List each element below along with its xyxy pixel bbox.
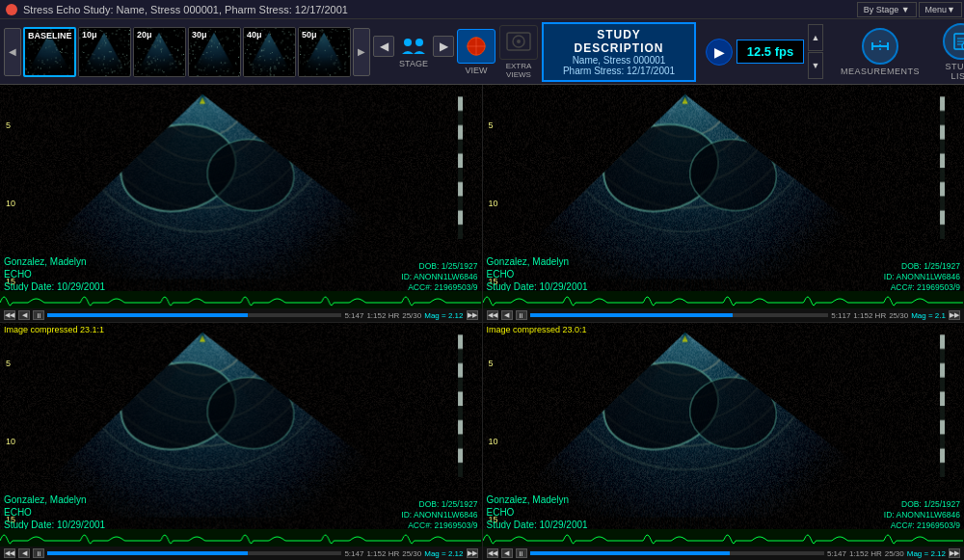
pb-progress-0[interactable] <box>47 313 341 317</box>
pb-rewind-0[interactable]: ◀◀ <box>4 310 15 320</box>
pb-back-0[interactable]: ◀ <box>18 310 30 320</box>
thumbnail-1[interactable]: 10μ <box>78 27 131 77</box>
compression-label-3: Image compressed 23.0:1 <box>487 325 587 334</box>
by-stage-dropdown[interactable]: By Stage ▼ <box>857 2 917 17</box>
patient-info-left-3: Gonzalez, MadelynECHOStudy Date: 10/29/2… <box>487 493 588 531</box>
top-right-controls: By Stage ▼ Menu▼ <box>855 0 964 19</box>
ecg-strip-2 <box>0 529 482 548</box>
pb-back-3[interactable]: ◀ <box>501 548 513 558</box>
pb-progress-1[interactable] <box>530 313 829 317</box>
playback-bar-2: ◀◀◀⏸5:1471:152 HR25/30Mag = 2.12▶▶ <box>0 547 482 560</box>
pb-pause-3[interactable]: ⏸ <box>516 548 527 558</box>
pb-mag-2: Mag = 2.12 <box>424 549 463 558</box>
pb-time-0: 5:147 <box>344 311 363 320</box>
study-list-icon <box>943 23 964 60</box>
playback-controls: ▶ 12.5 fps ▲ ▼ <box>706 24 823 79</box>
window-title: Stress Echo Study: Name, Stress 000001, … <box>23 4 348 15</box>
playback-bar-0: ◀◀◀⏸5:1471:152 HR25/30Mag = 2.12▶▶ <box>0 308 482 322</box>
pb-mag-0: Mag = 2.12 <box>424 311 463 320</box>
pb-forward-1[interactable]: ▶▶ <box>949 310 960 320</box>
svg-point-4 <box>517 40 521 43</box>
viewport-top-right[interactable]: 51015Gonzalez, MadelynECHOStudy Date: 10… <box>483 85 965 322</box>
pb-pause-0[interactable]: ⏸ <box>33 310 44 320</box>
patient-info-right-3: DOB: 1/25/1927ID: ANONN1LW6846ACC#: 2196… <box>884 499 960 531</box>
viewport-top-left[interactable]: 51015Gonzalez, MadelynECHOStudy Date: 10… <box>0 85 482 322</box>
stage-label: STAGE <box>399 59 428 68</box>
pb-mag-3: Mag = 2.12 <box>907 549 946 558</box>
patient-info-right-1: DOB: 1/25/1927ID: ANONN1LW6846ACC#: 2196… <box>884 261 960 293</box>
fps-display: 12.5 fps <box>736 40 804 64</box>
pb-pause-1[interactable]: ⏸ <box>516 310 527 320</box>
thumbnail-strip: ◀ BASELINE10μ20μ30μ40μ50μ ▶ <box>4 23 370 81</box>
view-label: VIEW <box>465 66 487 75</box>
thumb-next-button[interactable]: ▶ <box>353 28 370 76</box>
thumbnail-2[interactable]: 20μ <box>133 27 186 77</box>
viewport-bottom-right[interactable]: Image compressed 23.0:151015Gonzalez, Ma… <box>483 323 965 560</box>
study-description: STUDY DESCRIPTION Name, Stress 000001 Ph… <box>542 22 696 82</box>
stage-next-button[interactable]: ▶ <box>433 36 454 57</box>
pb-hr-1: 1:152 HR <box>853 311 886 320</box>
pb-mag-1: Mag = 2.1 <box>911 311 946 320</box>
pb-rewind-2[interactable]: ◀◀ <box>4 548 15 558</box>
svg-point-0 <box>404 39 412 46</box>
playback-bar-3: ◀◀◀⏸5:1471:152 HR25/30Mag = 2.12▶▶ <box>483 547 965 560</box>
pb-time-3: 5:147 <box>827 549 846 558</box>
pb-frame-2: 25/30 <box>402 549 421 558</box>
measurements-icon <box>862 28 898 65</box>
play-button[interactable]: ▶ <box>706 39 733 66</box>
pb-progress-2[interactable] <box>47 551 341 555</box>
extra-views: EXTRA VIEWS <box>499 25 538 79</box>
pb-pause-2[interactable]: ⏸ <box>33 548 44 558</box>
pb-frame-0: 25/30 <box>402 311 421 320</box>
pb-hr-0: 1:152 HR <box>366 311 399 320</box>
main-viewport-area: 51015Gonzalez, MadelynECHOStudy Date: 10… <box>0 85 964 560</box>
thumbnail-5[interactable]: 50μ <box>298 27 351 77</box>
pb-back-2[interactable]: ◀ <box>18 548 30 558</box>
right-toolbar: MEASUREMENTS STUDY LIST <box>833 19 964 85</box>
thumbnail-3[interactable]: 30μ <box>188 27 241 77</box>
view-section: VIEW <box>457 29 495 75</box>
pb-hr-2: 1:152 HR <box>366 549 399 558</box>
fps-down-button[interactable]: ▼ <box>808 52 823 79</box>
study-list-button[interactable]: STUDY LIST <box>935 19 964 85</box>
extra-views-icon <box>499 25 538 60</box>
extra-views-label: EXTRA VIEWS <box>499 62 538 79</box>
study-desc-line1: Name, Stress 000001 <box>553 55 684 66</box>
patient-info-right-0: DOB: 1/25/1927ID: ANONN1LW6846ACC#: 2196… <box>401 261 477 293</box>
pb-hr-3: 1:152 HR <box>849 549 882 558</box>
patient-info-left-2: Gonzalez, MadelynECHOStudy Date: 10/29/2… <box>4 493 105 531</box>
measurements-button[interactable]: MEASUREMENTS <box>833 24 927 80</box>
svg-point-1 <box>415 39 423 46</box>
pb-forward-2[interactable]: ▶▶ <box>467 548 478 558</box>
thumbnail-4[interactable]: 40μ <box>243 27 296 77</box>
stage-prev-button[interactable]: ◀ <box>373 36 394 57</box>
pb-time-1: 5:117 <box>831 311 850 320</box>
study-list-label: STUDY LIST <box>943 62 964 81</box>
stage-nav: ◀ ▶ STAGE <box>380 36 447 68</box>
toolbar: ◀ BASELINE10μ20μ30μ40μ50μ ▶ ◀ ▶ STAGE <box>0 19 964 85</box>
viewport-bottom-left[interactable]: Image compressed 23.1:151015Gonzalez, Ma… <box>0 323 482 560</box>
close-button[interactable] <box>6 4 17 15</box>
pb-rewind-3[interactable]: ◀◀ <box>487 548 498 558</box>
thumbnail-0[interactable]: BASELINE <box>23 27 76 77</box>
thumb-prev-button[interactable]: ◀ <box>4 28 21 76</box>
stage-people-icon <box>398 36 429 57</box>
pb-back-1[interactable]: ◀ <box>501 310 513 320</box>
pb-forward-3[interactable]: ▶▶ <box>949 548 960 558</box>
pb-frame-3: 25/30 <box>885 549 904 558</box>
compression-label-2: Image compressed 23.1:1 <box>4 325 104 334</box>
study-desc-title: STUDY DESCRIPTION <box>553 28 684 55</box>
fps-up-button[interactable]: ▲ <box>808 24 823 51</box>
patient-info-right-2: DOB: 1/25/1927ID: ANONN1LW6846ACC#: 2196… <box>401 499 477 531</box>
pb-forward-0[interactable]: ▶▶ <box>467 310 478 320</box>
stage-arrows: ◀ ▶ <box>373 36 454 57</box>
measurements-label: MEASUREMENTS <box>841 67 920 76</box>
pb-progress-3[interactable] <box>530 551 824 555</box>
ecg-strip-0 <box>0 291 482 310</box>
playback-bar-1: ◀◀◀⏸5:1171:152 HR25/30Mag = 2.1▶▶ <box>483 308 965 322</box>
study-desc-line2: Pharm Stress: 12/17/2001 <box>553 66 684 76</box>
menu-dropdown[interactable]: Menu▼ <box>919 2 962 17</box>
view-button[interactable] <box>457 29 495 64</box>
ecg-strip-3 <box>483 529 965 548</box>
pb-rewind-1[interactable]: ◀◀ <box>487 310 498 320</box>
